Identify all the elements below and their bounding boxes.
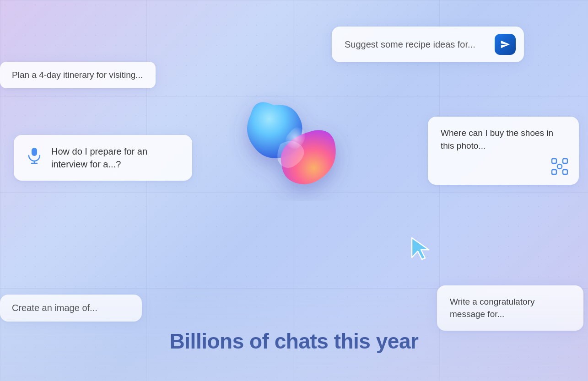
svg-rect-4: [563, 159, 567, 163]
shoes-text: Where can I buy the shoes in this photo.…: [441, 127, 568, 152]
recipe-card: Suggest some recipe ideas for...: [332, 27, 524, 62]
interview-text: How do I prepare for an interview for a.…: [51, 145, 147, 171]
svg-rect-3: [552, 159, 556, 163]
svg-point-7: [557, 164, 562, 169]
mic-icon: [25, 146, 44, 165]
congrats-card: Write a congratulatory message for...: [437, 285, 583, 331]
svg-rect-6: [563, 170, 567, 174]
itinerary-card: Plan a 4-day itinerary for visiting...: [0, 62, 156, 88]
cursor-arrow: [410, 236, 432, 262]
itinerary-text: Plan a 4-day itinerary for visiting...: [12, 70, 143, 80]
send-button[interactable]: [495, 34, 516, 55]
camera-icon: [551, 158, 568, 175]
image-card: Create an image of...: [0, 295, 142, 322]
svg-rect-0: [32, 148, 37, 156]
recipe-text: Suggest some recipe ideas for...: [345, 39, 475, 50]
copilot-logo: [228, 78, 361, 210]
shoes-card: Where can I buy the shoes in this photo.…: [428, 117, 579, 185]
svg-rect-5: [552, 170, 556, 174]
interview-card: How do I prepare for an interview for a.…: [14, 135, 192, 181]
congrats-text: Write a congratulatory message for...: [450, 295, 572, 321]
image-text: Create an image of...: [12, 303, 97, 313]
send-icon: [500, 39, 510, 49]
headline: Billions of chats this year: [170, 329, 419, 354]
